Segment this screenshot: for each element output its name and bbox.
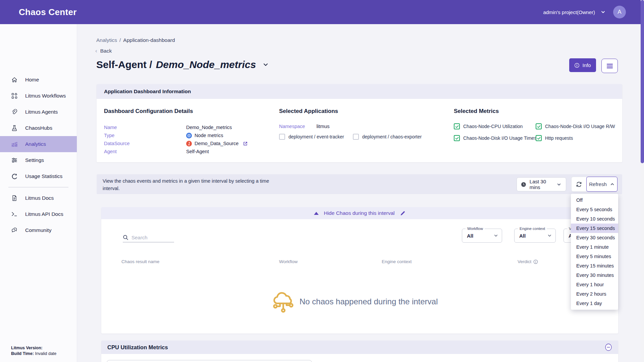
workflow-filter-select[interactable]: Workflow All xyxy=(462,229,502,243)
metric-checkbox-cpu[interactable]: Chaos-Node-CPU Utilization xyxy=(454,123,536,129)
scrollbar-thumb[interactable] xyxy=(641,0,644,163)
dashboard-info-card: Application Dashboard Information Dashbo… xyxy=(97,84,622,162)
sliders-icon xyxy=(11,157,18,164)
selected-applications-column: Selected Applications Namespace litmus d… xyxy=(279,108,422,140)
node-metrics-icon xyxy=(186,133,192,138)
namespace-row: Namespace litmus xyxy=(279,123,422,129)
sidebar-item-label: Usage Statistics xyxy=(25,173,62,179)
chevron-down-icon[interactable] xyxy=(600,9,606,15)
search-icon xyxy=(123,235,128,240)
search-field[interactable] xyxy=(123,233,174,242)
sidebar-item-label: Litmus Workflows xyxy=(25,93,66,99)
hide-chaos-toggle[interactable]: Hide Chaos during this interval xyxy=(101,207,618,219)
config-row-agent: Agent Self-Agent xyxy=(104,147,248,156)
interval-description: View the chaos events and metrics in a g… xyxy=(103,177,284,192)
sidebar: Home Litmus Workflows Litmus Agents Chao… xyxy=(0,24,77,362)
dashboard-switcher-chevron-icon[interactable] xyxy=(262,61,269,68)
prometheus-icon xyxy=(186,141,192,146)
selected-metrics-title: Selected Metrics xyxy=(454,108,615,115)
sidebar-item-label: Analytics xyxy=(25,141,46,147)
refresh-option-5s[interactable]: Every 5 seconds xyxy=(571,205,618,214)
verdict-info-icon[interactable] xyxy=(533,259,538,264)
refresh-option-30m[interactable]: Every 30 minutes xyxy=(571,270,618,280)
selected-applications-title: Selected Applications xyxy=(279,108,422,115)
sidebar-item-label: Litmus Agents xyxy=(25,109,58,115)
chaos-events-card: Hide Chaos during this interval Workflow… xyxy=(101,207,618,334)
sidebar-item-litmus-api-docs[interactable]: Litmus API Docs xyxy=(0,206,77,222)
metric-checkbox-disk-rw[interactable]: Chaos-Node-Disk I/O Usage R/W xyxy=(536,123,615,129)
dashboard-menu-button[interactable] xyxy=(601,59,618,73)
refresh-now-button[interactable] xyxy=(571,177,587,192)
app-checkbox-event-tracker[interactable]: deployment / event-tracker xyxy=(279,134,344,140)
top-nav-bar: Chaos Center admin's project(Owner) A xyxy=(0,0,644,24)
sidebar-item-litmus-docs[interactable]: Litmus Docs xyxy=(0,190,77,206)
external-link-icon[interactable] xyxy=(243,141,248,146)
refresh-option-30s[interactable]: Every 30 seconds xyxy=(571,233,618,242)
home-icon xyxy=(11,76,18,83)
chevron-left-icon: ‹ xyxy=(95,48,97,54)
checkbox-checked-icon xyxy=(536,135,542,141)
breadcrumb-analytics[interactable]: Analytics xyxy=(96,37,117,43)
metric-checkbox-http-requests[interactable]: Http requests xyxy=(536,135,615,141)
sidebar-item-litmus-workflows[interactable]: Litmus Workflows xyxy=(0,88,77,104)
config-details-title: Dashboard Configuration Details xyxy=(104,108,248,115)
project-switcher[interactable]: admin's project(Owner) xyxy=(543,9,595,15)
sidebar-item-litmus-agents[interactable]: Litmus Agents xyxy=(0,104,77,120)
page-title: Self-Agent / Demo_Node_metrics xyxy=(96,59,269,70)
empty-state-message: No chaos happened during the interval xyxy=(300,297,438,306)
refresh-rate-label: Refresh xyxy=(589,181,607,187)
pencil-icon[interactable] xyxy=(400,210,406,216)
chevron-down-icon xyxy=(547,233,552,238)
refresh-option-1m[interactable]: Every 1 minute xyxy=(571,242,618,252)
refresh-option-5m[interactable]: Every 5 minutes xyxy=(571,252,618,261)
sidebar-item-label: ChaosHubs xyxy=(25,125,52,131)
collapse-section-button[interactable] xyxy=(605,343,612,351)
dashboard-info-body: Dashboard Configuration Details Name Dem… xyxy=(97,99,622,162)
time-interval-bar: View the chaos events and metrics in a g… xyxy=(97,174,622,194)
sidebar-item-chaoshubs[interactable]: ChaosHubs xyxy=(0,120,77,136)
sidebar-item-usage-statistics[interactable]: Usage Statistics xyxy=(0,168,77,184)
community-icon xyxy=(11,227,18,234)
cpu-legend-panel xyxy=(107,360,312,362)
back-link[interactable]: ‹ Back xyxy=(95,48,112,54)
build-time-label: Build Time: xyxy=(11,351,34,356)
refresh-option-1d[interactable]: Every 1 day xyxy=(571,299,618,308)
sidebar-item-label: Litmus Docs xyxy=(25,195,54,201)
sidebar-item-label: Community xyxy=(25,227,51,233)
sidebar-item-home[interactable]: Home xyxy=(0,72,77,88)
cpu-section-title: CPU Utilization Metrics xyxy=(107,344,168,351)
hamburger-icon xyxy=(606,63,613,69)
column-header-verdict: Verdict xyxy=(518,259,538,264)
config-row-name: Name Demo_Node_metrics xyxy=(104,123,248,131)
time-range-label: Last 30 mins xyxy=(530,179,553,190)
app-root: Chaos Center admin's project(Owner) A Ho… xyxy=(0,0,644,362)
refresh-option-1h[interactable]: Every 1 hour xyxy=(571,280,618,289)
cloud-network-icon xyxy=(272,289,295,317)
refresh-option-2h[interactable]: Every 2 hours xyxy=(571,289,618,299)
refresh-option-10s[interactable]: Every 10 seconds xyxy=(571,214,618,224)
time-range-button[interactable]: Last 30 mins xyxy=(517,177,566,191)
title-agent: Self-Agent / xyxy=(96,59,152,70)
search-input[interactable] xyxy=(131,235,168,240)
analytics-icon xyxy=(11,141,18,147)
scrollbar-track[interactable] xyxy=(641,0,644,362)
back-label: Back xyxy=(100,48,112,54)
engine-context-filter-select[interactable]: Engine context All xyxy=(514,229,556,243)
sidebar-item-analytics[interactable]: Analytics xyxy=(0,136,77,152)
checkbox-checked-icon xyxy=(454,123,460,129)
checkbox-unchecked-icon xyxy=(279,134,285,140)
breadcrumb: Analytics/Application-dashboard xyxy=(96,37,175,43)
sidebar-item-community[interactable]: Community xyxy=(0,222,77,238)
app-checkbox-chaos-exporter[interactable]: deployment / chaos-exporter xyxy=(353,134,422,140)
metric-checkbox-disk-times[interactable]: Chaos-Node-Disk I/O Usage Times xyxy=(454,135,536,141)
avatar[interactable]: A xyxy=(613,6,626,18)
column-header-chaos-result-name: Chaos result name xyxy=(121,259,159,264)
breadcrumb-current: Application-dashboard xyxy=(123,37,175,43)
refresh-option-15m[interactable]: Every 15 minutes xyxy=(571,261,618,270)
refresh-option-15s[interactable]: Every 15 seconds xyxy=(571,224,618,233)
sidebar-item-settings[interactable]: Settings xyxy=(0,152,77,168)
refresh-option-off[interactable]: Off xyxy=(571,195,618,205)
refresh-rate-button[interactable]: Refresh xyxy=(586,177,618,192)
chevron-up-icon xyxy=(610,182,615,187)
info-button[interactable]: Info xyxy=(569,58,596,72)
